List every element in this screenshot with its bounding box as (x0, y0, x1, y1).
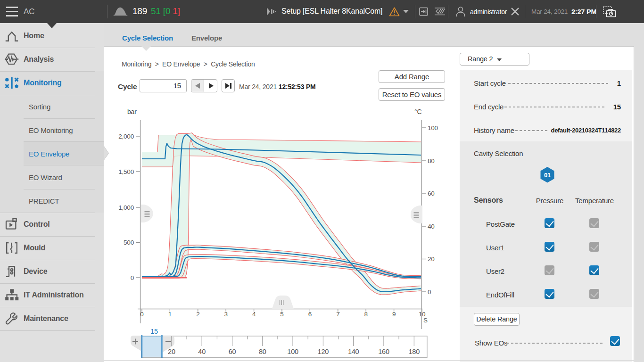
svg-text:01: 01 (544, 172, 551, 179)
